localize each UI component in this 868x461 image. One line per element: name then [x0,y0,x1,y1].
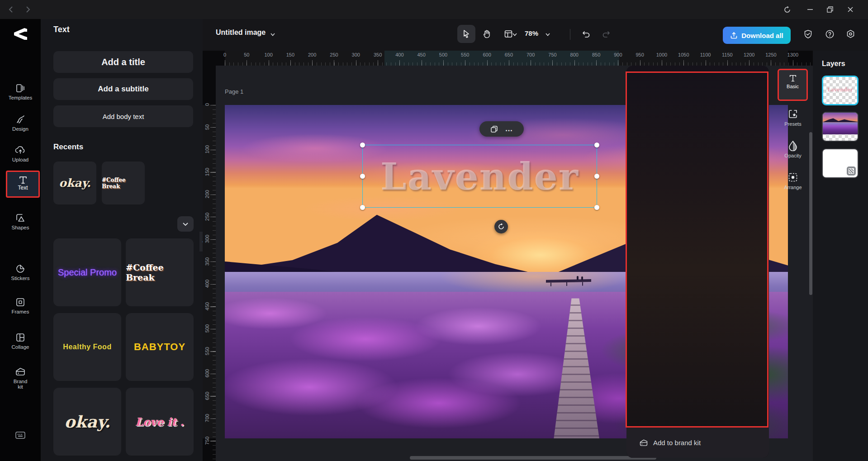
window-titlebar [0,0,868,19]
document-title[interactable]: Untitled image [216,29,266,37]
layer-text-preview: Lavender [823,87,857,93]
canvas-toolbar: Untitled image 78% [203,19,868,51]
selection-handle-top-left[interactable] [360,143,365,147]
ruler-number: 900 [607,52,629,57]
more-options-icon[interactable]: … [505,124,513,133]
ruler-number: 750 [542,52,564,57]
template-special-promo[interactable]: Special Promo [53,238,121,306]
safety-shield-icon[interactable] [799,25,817,43]
sidebar-item-templates[interactable]: Templates [0,83,41,100]
ruler-number: 650 [498,52,520,57]
ruler-number: 550 [454,52,476,57]
browser-back-icon[interactable] [5,4,17,15]
add-body-text-button[interactable]: Add body text [53,105,193,127]
ruler-number: 50 [204,122,210,132]
ruler-number: 300 [345,52,367,57]
browser-forward-icon[interactable] [22,4,33,15]
undo-button[interactable] [577,25,595,43]
selection-handle-top-right[interactable] [594,143,599,147]
sidebar-item-stickers[interactable]: Stickers [0,263,41,281]
template-babytoy[interactable]: BABYTOY [126,313,194,381]
download-all-button[interactable]: Download all [723,27,791,44]
select-tool-button[interactable] [457,25,475,43]
capcut-logo [11,26,29,43]
rail-basic-button-active[interactable]: Basic [778,69,808,101]
redo-button[interactable] [597,25,615,43]
sidebar-item-label: kit [0,384,41,390]
selection-handle-left[interactable] [360,174,365,179]
selection-handle-bottom-left[interactable] [360,205,365,210]
sidebar-item-text-active[interactable]: Text [6,171,40,198]
ruler-number: 550 [204,346,210,356]
page-label: Page 1 [225,88,243,95]
rotate-handle[interactable] [494,220,508,233]
keyboard-shortcuts-icon[interactable] [0,431,41,440]
duplicate-icon[interactable] [490,125,498,133]
left-sidebar: Templates Design Upload Text Shapes [0,19,41,461]
zoom-level[interactable]: 78% [525,29,538,37]
ruler-number: 500 [204,323,210,333]
minimize-icon[interactable] [803,3,817,16]
sidebar-item-label: Stickers [0,276,41,281]
presets-icon [780,109,806,119]
sidebar-item-design[interactable]: Design [0,114,41,132]
brand-kit-icon [639,438,649,447]
rail-label: Basic [779,84,806,89]
layer-item-text-selected[interactable]: Lavender [822,76,859,105]
template-healthy-food[interactable]: Healthy Food [53,313,121,381]
ruler-number: 1200 [738,52,760,57]
ruler-ticks [210,105,216,461]
rail-arrange-button[interactable]: Arrange [780,172,806,190]
selection-handle-bottom-right[interactable] [594,205,599,210]
template-okay[interactable]: okay. [53,388,121,456]
help-icon[interactable] [821,25,839,43]
layer-item-photo[interactable] [822,112,859,142]
layout-chevron-icon[interactable] [512,31,518,38]
doc-title-chevron-icon[interactable] [270,31,276,38]
sidebar-item-label: Brand [0,379,41,384]
selection-handle-right[interactable] [594,174,599,179]
selection-mini-toolbar: … [479,121,524,137]
hand-tool-button[interactable] [478,25,496,43]
ruler-number: 1150 [716,52,738,57]
expand-recents-button[interactable] [177,216,194,232]
ruler-number: 0 [204,100,210,109]
template-love-it[interactable]: Love it . [126,388,194,456]
photo-layer-preview [823,113,858,134]
sidebar-item-upload[interactable]: Upload [0,145,41,162]
ruler-number: 200 [301,52,323,57]
selection-box[interactable] [362,145,597,208]
vertical-ruler: 0501001502002503003504004505005506006507… [203,66,216,461]
sidebar-item-brand-kit[interactable]: Brand kit [0,366,41,390]
templates-icon [0,83,41,94]
sidebar-item-collage[interactable]: Collage [0,332,41,350]
recent-text-coffee-break[interactable]: #Coffee Break [102,162,145,204]
vertical-scrollbar[interactable] [809,132,812,295]
add-to-brand-kit-button[interactable]: Add to brand kit [626,428,769,458]
restore-window-icon[interactable] [823,3,837,16]
add-title-button[interactable]: Add a title [53,51,193,73]
reload-icon[interactable] [780,3,794,16]
frames-icon [0,297,41,308]
sidebar-item-label: Shapes [0,225,41,230]
rail-opacity-button[interactable]: Opacity [780,140,806,158]
ruler-number: 800 [564,52,585,57]
layer-item-background[interactable] [822,148,859,178]
settings-gear-icon[interactable] [841,25,859,43]
ruler-number: 1050 [673,52,694,57]
sidebar-item-label: Frames [0,309,41,314]
close-icon[interactable] [844,3,857,16]
background-layer-badge-icon [847,166,856,176]
sidebar-item-shapes[interactable]: Shapes [0,213,41,230]
horizontal-scrollbar[interactable] [410,456,656,460]
zoom-chevron-icon[interactable] [545,31,551,38]
sidebar-item-frames[interactable]: Frames [0,297,41,314]
add-subtitle-button[interactable]: Add a subtitle [53,78,193,100]
capcut-image-editor: Templates Design Upload Text Shapes [0,0,868,461]
ruler-number: 450 [411,52,432,57]
recent-text-okay[interactable]: okay. [53,162,96,204]
rail-presets-button[interactable]: Presets [780,109,806,127]
template-coffee-break[interactable]: #Coffee Break [126,238,194,306]
sidebar-item-label: Templates [0,95,41,100]
ruler-number: 250 [323,52,345,57]
